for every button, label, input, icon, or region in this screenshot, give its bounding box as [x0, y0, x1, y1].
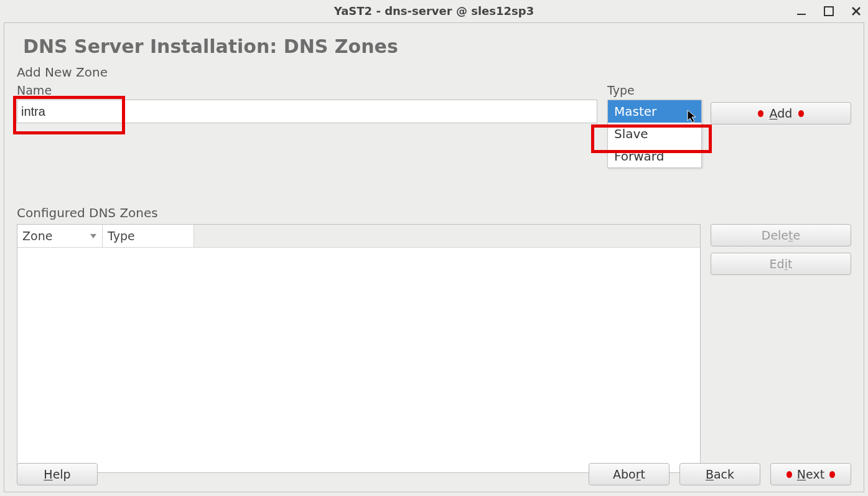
- type-option-forward[interactable]: Forward: [608, 145, 701, 167]
- table-header: Zone Type: [17, 225, 700, 248]
- minimize-icon[interactable]: [796, 6, 807, 17]
- type-option-slave[interactable]: Slave: [608, 123, 701, 145]
- column-zone[interactable]: Zone: [17, 225, 103, 247]
- window-titlebar: YaST2 - dns-server @ sles12sp3: [0, 0, 868, 22]
- back-button[interactable]: Back: [679, 463, 760, 485]
- abort-button[interactable]: Abort: [589, 463, 670, 485]
- annotation-dot-icon: [786, 471, 792, 478]
- next-button[interactable]: Next: [770, 463, 851, 485]
- name-label: Name: [17, 83, 597, 97]
- type-option-master[interactable]: Master: [608, 100, 701, 123]
- client-area: DNS Server Installation: DNS Zones Add N…: [4, 22, 864, 492]
- configured-zones-label: Configured DNS Zones: [17, 205, 851, 220]
- sort-desc-icon: [90, 232, 97, 240]
- zone-type-select[interactable]: Master Slave Forward: [607, 100, 702, 168]
- close-icon[interactable]: [851, 6, 862, 17]
- add-zone-label: Add New Zone: [17, 65, 851, 80]
- add-button[interactable]: Add: [711, 102, 851, 124]
- svg-rect-0: [797, 14, 806, 15]
- svg-rect-1: [824, 7, 833, 16]
- maximize-icon[interactable]: [823, 6, 834, 17]
- edit-button[interactable]: Edit: [711, 253, 851, 275]
- window-title: YaST2 - dns-server @ sles12sp3: [334, 4, 534, 17]
- annotation-dot-icon: [829, 471, 835, 478]
- help-button[interactable]: Help: [17, 463, 98, 485]
- column-type[interactable]: Type: [103, 225, 194, 247]
- annotation-dot-icon: [758, 110, 763, 117]
- annotation-dot-icon: [798, 110, 804, 117]
- page-title: DNS Server Installation: DNS Zones: [23, 35, 851, 57]
- zones-table[interactable]: Zone Type: [17, 224, 701, 473]
- delete-button[interactable]: Delete: [711, 224, 851, 246]
- zone-name-input[interactable]: [17, 100, 597, 123]
- wizard-footer: Help Abort Back Next: [17, 463, 851, 485]
- type-label: Type: [607, 83, 701, 97]
